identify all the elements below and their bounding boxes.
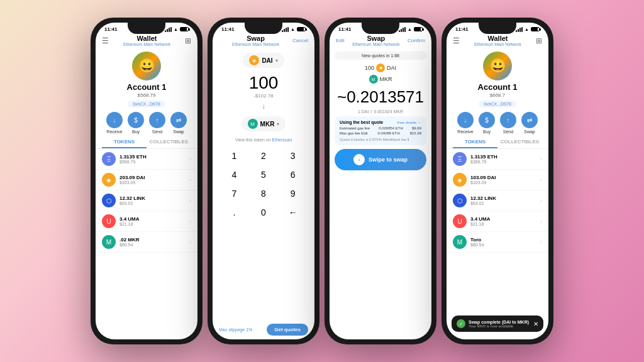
token-value-eth2: $368.79	[470, 160, 536, 164]
mkr-chevron-icon: ▾	[277, 121, 279, 127]
key-1[interactable]: 1	[220, 147, 248, 165]
phone-wallet1: 11:41 ▲ ☰ Wallet Ethereum Main Network ⊞	[91, 18, 203, 344]
time3: 11:41	[338, 26, 351, 32]
qr-icon2[interactable]: ⊞	[536, 36, 542, 45]
account-balance2: $668.7	[447, 92, 548, 98]
swap-cancel-btn[interactable]: Cancel	[292, 38, 308, 43]
token-info-dai2: 103.09 DAI $103.09	[470, 175, 536, 185]
swipe-label: Swipe to swap	[369, 156, 408, 163]
wallet2-title: Wallet	[474, 35, 521, 42]
account-address2: 0xhCX...D678	[447, 101, 548, 107]
action-buttons2: ↓ Receive $ Buy ↑ Send ⇄ Swap	[447, 109, 548, 136]
token-value-uma: $21.18	[119, 222, 186, 226]
wifi-icon3: ▲	[408, 27, 412, 31]
account-address: 0xhCX...D678	[96, 101, 197, 107]
token-row-uma2[interactable]: U 3.4 UMA $21.18 ›	[447, 211, 548, 232]
key-backspace[interactable]: ←	[279, 204, 307, 221]
swipe-to-swap-btn[interactable]: › Swipe to swap	[335, 149, 426, 170]
address-pill2[interactable]: 0xhCX...D678	[479, 101, 516, 107]
eth-icon: Ξ	[102, 152, 116, 166]
toast-notification: ✓ Swap complete (DAI to MKR) Your MKR is…	[452, 315, 543, 332]
dai-amount: 100 ◈ DAI	[330, 63, 431, 72]
token-info-link: 12.32 LINK $63.02	[119, 195, 186, 206]
key-5[interactable]: 5	[250, 166, 278, 184]
key-8[interactable]: 8	[250, 185, 278, 202]
key-2[interactable]: 2	[250, 147, 278, 165]
wallet2-title-block: Wallet Ethereum Main Network	[474, 35, 521, 47]
receive-btn2[interactable]: ↓ Receive	[457, 112, 474, 134]
mkr-selector[interactable]: M MKR ▾	[242, 116, 286, 131]
swap-icon2: ⇄	[521, 112, 538, 128]
token-row-uma[interactable]: U 3.4 UMA $21.18 ›	[96, 211, 197, 232]
token-amount-uma: 3.4 UMA	[119, 216, 186, 222]
buy-label2: Buy	[483, 129, 491, 134]
key-6[interactable]: 6	[279, 166, 307, 184]
buy-btn[interactable]: $ Buy	[128, 112, 144, 134]
token-row-toro[interactable]: M Toro $60.54 ›	[447, 232, 548, 253]
send-btn2[interactable]: ↑ Send	[500, 112, 516, 134]
token-row-dai[interactable]: ◈ 203.09 DAI $203.09 ›	[96, 170, 197, 190]
dai-icon: ◈	[102, 173, 116, 187]
token-row-mkr[interactable]: M .02 MKR $60.54 ›	[96, 232, 197, 253]
token-row-dai2[interactable]: ◈ 103.09 DAI $103.09 ›	[447, 170, 548, 190]
gas-fee-label: Estimated gas fee	[340, 126, 370, 130]
notch2	[245, 23, 282, 34]
wifi-icon4: ▲	[525, 27, 529, 31]
receive-label: Receive	[106, 129, 122, 134]
key-4[interactable]: 4	[220, 166, 248, 184]
wifi-icon2: ▲	[291, 27, 295, 31]
address-pill[interactable]: 0xhCX...D678	[128, 101, 165, 107]
toast-check-icon: ✓	[457, 319, 465, 328]
wallet-header: ☰ Wallet Ethereum Main Network ⊞	[96, 33, 197, 49]
wallet-title: Wallet	[123, 35, 170, 42]
receive-icon2: ↓	[457, 112, 474, 128]
key-3[interactable]: 3	[279, 147, 307, 165]
tab-collectibles[interactable]: COLLECTIBLES	[147, 136, 191, 148]
menu-icon[interactable]: ☰	[102, 36, 109, 45]
etherscan-link[interactable]: View this token on Etherscan	[213, 138, 314, 142]
swap-title-block: Swap Ethereum Main Network	[232, 35, 279, 47]
phone-swap1: 11:41 ▲ Swap Ethereum Main Network Cance…	[208, 18, 319, 344]
wallet-network: Ethereum Main Network	[123, 42, 170, 47]
signal-icon	[165, 27, 172, 32]
swap2-header: Edit Swap Ethereum Main Network Confirm	[330, 33, 431, 49]
token-row-link[interactable]: ⬡ 12.32 LINK $63.02 ›	[96, 190, 197, 211]
receive-btn[interactable]: ↓ Receive	[106, 112, 123, 134]
key-9[interactable]: 9	[279, 185, 307, 202]
send-btn[interactable]: ↑ Send	[149, 112, 165, 134]
swap-result: ~0.2013571	[330, 87, 431, 107]
view-details[interactable]: View details →	[396, 121, 421, 124]
buy-btn2[interactable]: $ Buy	[479, 112, 495, 134]
swap2-edit[interactable]: Edit	[336, 38, 345, 43]
signal-icon4	[516, 27, 523, 32]
swap-btn[interactable]: ⇄ Swap	[170, 112, 187, 134]
token-amount-eth: 1.3135 ETH	[119, 154, 186, 160]
dai-selector[interactable]: ◈ DAI ▾	[243, 53, 284, 68]
qr-icon[interactable]: ⊞	[185, 36, 191, 45]
token-arrow-dai: ›	[189, 177, 191, 183]
token-row-link2[interactable]: ⬡ 12.32 LINK $63.02 ›	[447, 190, 548, 211]
mkr-selector-name: MKR	[260, 121, 275, 128]
get-quotes-btn[interactable]: Get quotes	[267, 324, 308, 336]
slippage-btn[interactable]: Max slippage 1%	[219, 327, 252, 332]
menu-icon2[interactable]: ☰	[453, 36, 460, 45]
tab-tokens2[interactable]: TOKENS	[453, 136, 497, 148]
status-icons2: ▲	[282, 27, 306, 32]
max-gas-row: Max gas fee Edit 0.04089 ETH $15.38	[340, 131, 421, 135]
token-amount-link2: 12.32 LINK	[470, 195, 536, 201]
tab-tokens[interactable]: TOKENS	[102, 136, 147, 148]
token-value-uma2: $21.18	[470, 222, 536, 226]
key-0[interactable]: 0	[250, 204, 278, 221]
key-7[interactable]: 7	[220, 185, 248, 202]
key-dot[interactable]: .	[220, 204, 248, 221]
token-row-eth2[interactable]: Ξ 1.3135 ETH $368.79 ›	[447, 149, 548, 170]
gas-fee-row: Estimated gas fee 0.026854 ETH $9.69	[340, 126, 421, 130]
swap-btn2[interactable]: ⇄ Swap	[521, 112, 538, 134]
toast-close-btn[interactable]: ✕	[533, 321, 538, 327]
swap2-confirm-btn[interactable]: Confirm	[408, 38, 425, 43]
tab-collectibles2[interactable]: COLLECTIBLES	[497, 136, 542, 148]
wallet-title-block: Wallet Ethereum Main Network	[123, 35, 170, 47]
swipe-circle: ›	[353, 154, 365, 165]
dai-selector-icon: ◈	[249, 55, 259, 65]
token-row-eth[interactable]: Ξ 1.3135 ETH $568.79 ›	[96, 149, 197, 170]
